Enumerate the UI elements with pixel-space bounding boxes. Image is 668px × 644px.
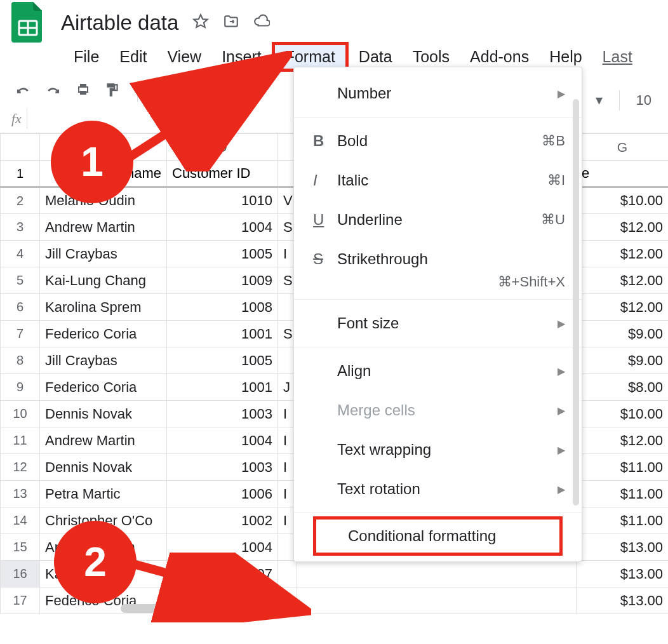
cell[interactable]: $13.00: [577, 561, 669, 587]
format-align[interactable]: Align▶: [294, 351, 582, 391]
menu-tools[interactable]: Tools: [403, 45, 460, 69]
cell[interactable]: [297, 561, 577, 587]
row-header[interactable]: 9: [1, 374, 40, 401]
row-header[interactable]: 13: [1, 481, 40, 507]
star-icon[interactable]: [192, 13, 209, 33]
cell[interactable]: $12.00: [577, 427, 669, 454]
cell[interactable]: 1002: [167, 507, 278, 534]
paint-format-icon[interactable]: [104, 81, 121, 102]
sheets-logo[interactable]: [9, 4, 47, 42]
cell[interactable]: $11.00: [577, 507, 669, 534]
cell[interactable]: Dennis Novak: [40, 401, 167, 427]
select-all-corner[interactable]: [1, 134, 40, 161]
cell[interactable]: Kai-Lung Chang: [40, 267, 167, 294]
cell[interactable]: Federico Coria: [40, 321, 167, 347]
cell[interactable]: [297, 587, 577, 614]
cell[interactable]: Andrew Martin: [40, 427, 167, 454]
format-merge-cells: Merge cells▶: [294, 391, 582, 430]
cell[interactable]: $12.00: [577, 294, 669, 321]
menu-addons[interactable]: Add-ons: [460, 45, 539, 69]
col-header-g[interactable]: G: [577, 134, 669, 161]
underline-icon: U: [313, 211, 337, 229]
format-underline[interactable]: UUnderline⌘U: [294, 200, 582, 239]
format-strikethrough[interactable]: SStrikethrough: [294, 239, 582, 279]
annotation-arrow-2: [127, 553, 311, 622]
format-text-wrapping[interactable]: Text wrapping▶: [294, 430, 582, 469]
row-header[interactable]: 14: [1, 507, 40, 534]
format-menu-dropdown: Number▶ BBold⌘B IItalic⌘I UUnderline⌘U S…: [293, 67, 582, 562]
cell[interactable]: 1004: [167, 214, 278, 241]
cell[interactable]: Jill Craybas: [40, 347, 167, 374]
row-header[interactable]: 6: [1, 294, 40, 321]
cloud-save-icon[interactable]: [253, 13, 270, 33]
row-header[interactable]: 7: [1, 321, 40, 347]
cell[interactable]: Federico Coria: [40, 374, 167, 401]
cell[interactable]: Andrew Martin: [40, 214, 167, 241]
annotation-step-2: 2: [54, 521, 137, 603]
strikethrough-shortcut: ⌘+Shift+X: [294, 274, 582, 295]
strikethrough-icon: S: [313, 250, 337, 268]
cell[interactable]: 1010: [167, 187, 278, 214]
format-number[interactable]: Number▶: [294, 74, 582, 113]
font-size-value[interactable]: 10: [636, 92, 651, 109]
cell[interactable]: $12.00: [577, 214, 669, 241]
dropdown-caret-icon[interactable]: ▾: [596, 92, 603, 109]
cell[interactable]: 1005: [167, 347, 278, 374]
cell[interactable]: $9.00: [577, 321, 669, 347]
cell[interactable]: $10.00: [577, 187, 669, 214]
cell[interactable]: $9.00: [577, 347, 669, 374]
row-header[interactable]: 12: [1, 454, 40, 481]
row-header[interactable]: 4: [1, 241, 40, 267]
cell[interactable]: Dennis Novak: [40, 454, 167, 481]
document-title[interactable]: Airtable data: [56, 8, 184, 37]
format-italic[interactable]: IItalic⌘I: [294, 161, 582, 200]
row-header[interactable]: 17: [1, 587, 40, 614]
move-icon[interactable]: [223, 13, 239, 33]
menu-data[interactable]: Data: [349, 45, 403, 69]
cell[interactable]: $12.00: [577, 241, 669, 267]
cell[interactable]: 1003: [167, 401, 278, 427]
cell[interactable]: 1003: [167, 454, 278, 481]
submenu-arrow-icon: ▶: [558, 318, 565, 330]
format-fontsize[interactable]: Font size▶: [294, 304, 582, 343]
undo-icon[interactable]: [14, 83, 32, 100]
menu-last-edit[interactable]: Last: [592, 45, 643, 69]
cell[interactable]: 1008: [167, 294, 278, 321]
row-header[interactable]: 2: [1, 187, 40, 214]
cell[interactable]: Jill Craybas: [40, 241, 167, 267]
cell[interactable]: $13.00: [577, 587, 669, 614]
cell[interactable]: 1009: [167, 267, 278, 294]
redo-icon[interactable]: [44, 83, 62, 100]
cell[interactable]: e: [577, 161, 669, 187]
format-conditional-formatting[interactable]: Conditional formatting: [313, 516, 563, 556]
menu-file[interactable]: File: [63, 45, 109, 69]
cell[interactable]: $11.00: [577, 454, 669, 481]
row-header[interactable]: 8: [1, 347, 40, 374]
row-header[interactable]: 10: [1, 401, 40, 427]
cell[interactable]: 1006: [167, 481, 278, 507]
cell[interactable]: Karolina Sprem: [40, 294, 167, 321]
row-header[interactable]: 5: [1, 267, 40, 294]
row-header[interactable]: 15: [1, 534, 40, 561]
cell[interactable]: $13.00: [577, 534, 669, 561]
row-header[interactable]: 3: [1, 214, 40, 241]
cell[interactable]: 1001: [167, 321, 278, 347]
menu-help[interactable]: Help: [539, 45, 592, 69]
cell[interactable]: 1001: [167, 374, 278, 401]
menu-scrollbar[interactable]: [573, 99, 579, 601]
format-bold[interactable]: BBold⌘B: [294, 121, 582, 161]
cell[interactable]: $8.00: [577, 374, 669, 401]
cell[interactable]: 1005: [167, 241, 278, 267]
row-header[interactable]: 1: [1, 161, 40, 187]
cell[interactable]: $10.00: [577, 401, 669, 427]
annotation-step-1: 1: [51, 121, 133, 203]
cell[interactable]: 1004: [167, 427, 278, 454]
submenu-arrow-icon: ▶: [558, 88, 565, 100]
row-header[interactable]: 16: [1, 561, 40, 587]
cell[interactable]: Petra Martic: [40, 481, 167, 507]
print-icon[interactable]: [75, 82, 91, 101]
cell[interactable]: $11.00: [577, 481, 669, 507]
format-text-rotation[interactable]: Text rotation▶: [294, 469, 582, 509]
cell[interactable]: $12.00: [577, 267, 669, 294]
row-header[interactable]: 11: [1, 427, 40, 454]
